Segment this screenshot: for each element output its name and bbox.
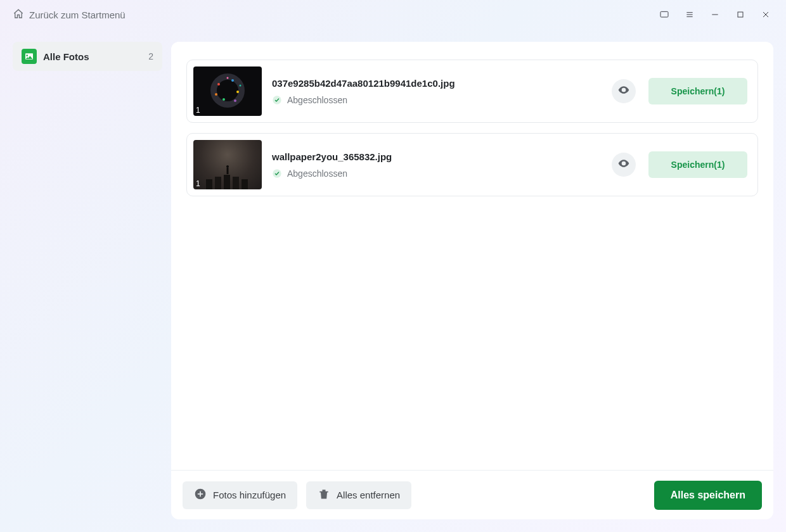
svg-point-7: [215, 93, 217, 96]
app-window: Zurück zum Startmenü Alle Fotos 2: [0, 0, 786, 532]
menu-button[interactable]: [677, 2, 702, 27]
remove-all-label: Alles entfernen: [337, 490, 400, 500]
preview-button[interactable]: [612, 79, 636, 103]
plus-circle-icon: [194, 488, 207, 502]
feedback-button[interactable]: [652, 2, 677, 27]
maximize-button[interactable]: [728, 2, 753, 27]
thumbnail-index: 1: [196, 179, 200, 188]
title-bar: Zurück zum Startmenü: [0, 0, 786, 29]
svg-point-4: [231, 79, 234, 82]
svg-point-5: [236, 91, 239, 93]
home-icon: [13, 8, 24, 22]
svg-point-18: [226, 165, 229, 168]
image-icon: [22, 49, 37, 64]
back-label: Zurück zum Startmenü: [29, 10, 126, 20]
svg-rect-22: [198, 493, 203, 495]
thumbnail-art: [193, 140, 262, 189]
svg-point-8: [234, 99, 236, 102]
svg-rect-14: [224, 175, 230, 189]
file-name: wallpaper2you_365832.jpg: [272, 151, 602, 162]
svg-point-10: [240, 85, 242, 87]
check-circle-icon: [272, 168, 282, 179]
list-item: 1 wallpaper2you_365832.jpg Abgeschlossen: [186, 133, 758, 196]
save-all-button[interactable]: Alles speichern: [654, 481, 762, 510]
svg-point-2: [214, 77, 242, 104]
eye-icon: [617, 157, 630, 172]
list-item: 1 037e9285b42d47aa80121b9941de1c0.jpg Ab…: [186, 60, 758, 123]
check-circle-icon: [272, 95, 282, 105]
thumbnail[interactable]: 1: [193, 140, 262, 189]
status-text: Abgeschlossen: [287, 168, 347, 179]
status-row: Abgeschlossen: [272, 95, 602, 105]
status-text: Abgeschlossen: [287, 95, 347, 105]
minimize-button[interactable]: [702, 2, 728, 27]
status-row: Abgeschlossen: [272, 168, 602, 179]
svg-point-3: [217, 83, 220, 86]
svg-point-6: [222, 98, 225, 101]
sidebar-item-label: Alle Fotos: [43, 51, 89, 62]
svg-point-9: [227, 77, 229, 79]
svg-rect-15: [233, 177, 239, 189]
save-button[interactable]: Speichern(1): [648, 151, 747, 178]
back-to-start-button[interactable]: Zurück zum Startmenü: [13, 8, 126, 22]
thumbnail-art: [193, 66, 262, 116]
svg-rect-13: [215, 177, 221, 189]
file-name: 037e9285b42d47aa80121b9941de1c0.jpg: [272, 78, 602, 89]
footer-bar: Fotos hinzufügen Alles entfernen Alles s…: [171, 470, 773, 519]
add-photos-button[interactable]: Fotos hinzufügen: [183, 481, 297, 509]
sidebar: Alle Fotos 2: [13, 42, 171, 519]
svg-rect-12: [206, 179, 212, 189]
svg-rect-1: [738, 12, 743, 17]
main-panel: 1 037e9285b42d47aa80121b9941de1c0.jpg Ab…: [171, 42, 773, 519]
svg-rect-17: [227, 168, 229, 174]
trash-icon: [318, 488, 330, 502]
preview-button[interactable]: [612, 153, 636, 177]
save-button[interactable]: Speichern(1): [648, 78, 747, 104]
thumbnail-index: 1: [196, 106, 200, 115]
close-button[interactable]: [753, 2, 778, 27]
remove-all-button[interactable]: Alles entfernen: [306, 481, 411, 509]
eye-icon: [617, 84, 630, 99]
add-photos-label: Fotos hinzufügen: [213, 490, 286, 500]
thumbnail[interactable]: 1: [193, 66, 262, 116]
svg-rect-16: [242, 179, 248, 189]
photo-list: 1 037e9285b42d47aa80121b9941de1c0.jpg Ab…: [171, 42, 773, 470]
sidebar-item-count: 2: [148, 51, 153, 61]
sidebar-item-all-photos[interactable]: Alle Fotos 2: [13, 42, 162, 71]
